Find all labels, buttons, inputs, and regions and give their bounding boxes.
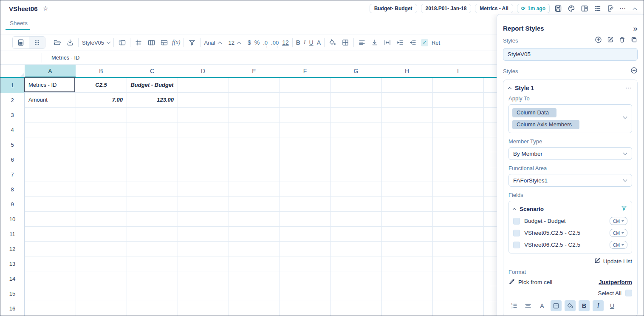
cm-dropdown[interactable]: CM	[610, 241, 627, 249]
fill-color-icon[interactable]	[328, 37, 337, 48]
open-folder-icon[interactable]	[53, 37, 62, 48]
row-header-9[interactable]: 9	[0, 197, 25, 212]
edit-document-icon[interactable]	[606, 4, 616, 13]
column-header-D[interactable]: D	[178, 65, 229, 78]
column-header-C[interactable]: C	[127, 65, 178, 78]
collapse-panel-icon[interactable]: »	[633, 26, 638, 31]
list-icon[interactable]	[593, 4, 602, 13]
row-header-15[interactable]: 15	[0, 286, 25, 301]
cell-B2[interactable]: 7.00	[76, 93, 127, 108]
row-header-3[interactable]: 3	[0, 108, 25, 122]
column-header-G[interactable]: G	[330, 65, 381, 78]
column-header-F[interactable]: F	[280, 65, 330, 78]
favorite-star-icon[interactable]: ☆	[43, 5, 48, 12]
cell-C1[interactable]: Budget - Budget	[127, 78, 178, 93]
cm-dropdown[interactable]: CM	[610, 217, 627, 225]
context-badge[interactable]: Metrics - All	[475, 4, 513, 13]
grid-corner[interactable]	[0, 65, 25, 78]
font-color-icon[interactable]: A	[317, 39, 321, 46]
columns-icon[interactable]	[147, 37, 156, 48]
copy-style-icon[interactable]	[630, 36, 638, 45]
font-family-dropdown[interactable]: Arial	[204, 40, 221, 46]
row-header-6[interactable]: 6	[0, 152, 25, 167]
italic-icon[interactable]: I	[304, 39, 306, 46]
split-rows-icon[interactable]	[159, 37, 169, 48]
collapse-style-icon[interactable]	[508, 87, 511, 91]
collapse-scenario-icon[interactable]	[513, 208, 516, 211]
add-style-icon[interactable]	[595, 36, 602, 45]
underline-icon[interactable]: U	[309, 39, 314, 46]
row-header-4[interactable]: 4	[0, 122, 25, 137]
collapse-header-icon[interactable]	[630, 4, 639, 13]
context-badge[interactable]: 2018.P01- Jan-18	[421, 4, 472, 13]
freeze-pane-icon[interactable]	[117, 37, 127, 48]
justperform-link[interactable]: Justperform	[599, 279, 632, 285]
download-icon[interactable]	[65, 37, 75, 48]
field-checkbox[interactable]	[513, 242, 520, 248]
functional-area-select[interactable]: FAForStyles1	[508, 174, 632, 187]
row-header-8[interactable]: 8	[0, 182, 25, 197]
row-header-14[interactable]: 14	[0, 271, 25, 286]
column-header-A[interactable]: A	[25, 65, 76, 78]
currency-format-icon[interactable]: $	[248, 39, 251, 46]
more-options-icon[interactable]: ⋯	[619, 5, 626, 12]
add-style-entry-icon[interactable]	[630, 67, 638, 76]
apply-to-tag[interactable]: Column Data	[512, 108, 556, 117]
number-format-icon[interactable]: 12	[282, 39, 289, 46]
fit-width-icon[interactable]	[383, 37, 392, 48]
style-name-input[interactable]: StyleV05	[503, 48, 638, 61]
sync-status-badge[interactable]: ⟳ 1m ago	[517, 4, 550, 13]
row-header-12[interactable]: 12	[0, 242, 25, 256]
name-box[interactable]	[0, 51, 42, 64]
column-header-partial[interactable]	[483, 65, 497, 78]
cell-border-icon[interactable]	[551, 300, 562, 311]
style-dropdown[interactable]: StyleV05	[82, 40, 110, 46]
select-all-checkbox[interactable]	[625, 290, 632, 296]
frame-icon[interactable]	[134, 37, 143, 48]
update-list-button[interactable]: Update List	[508, 257, 632, 265]
column-header-H[interactable]: H	[381, 65, 432, 78]
formula-input[interactable]: Metrics - ID	[42, 53, 497, 63]
row-header-13[interactable]: 13	[0, 256, 25, 271]
cell-A1[interactable]: Metrics - ID	[25, 78, 76, 93]
grid-view-icon[interactable]	[29, 37, 45, 48]
cell-C2[interactable]: 123.00	[127, 93, 178, 108]
delete-style-icon[interactable]	[619, 36, 626, 45]
field-checkbox[interactable]	[513, 218, 520, 225]
edit-style-icon[interactable]	[607, 36, 614, 45]
bold-icon[interactable]: B	[579, 300, 590, 311]
column-header-I[interactable]: I	[432, 65, 483, 78]
vertical-align-icon[interactable]	[370, 37, 379, 48]
field-checkbox[interactable]	[513, 230, 520, 236]
apply-to-select[interactable]: Column DataColumn Axis Members	[508, 104, 632, 133]
column-header-E[interactable]: E	[229, 65, 280, 78]
save-icon[interactable]	[554, 4, 563, 13]
row-header-7[interactable]: 7	[0, 167, 25, 182]
row-header-1[interactable]: 1	[0, 78, 25, 93]
row-header-11[interactable]: 11	[0, 227, 25, 242]
font-color-icon[interactable]: A	[537, 300, 548, 311]
pick-from-cell-button[interactable]: Pick from cell	[508, 278, 552, 286]
font-size-dropdown[interactable]: 12	[229, 40, 240, 46]
side-panel-icon[interactable]	[580, 4, 589, 13]
context-badge[interactable]: Budget- Budget	[370, 4, 417, 13]
row-header-5[interactable]: 5	[0, 137, 25, 152]
apply-to-tag[interactable]: Column Axis Members	[512, 120, 579, 129]
decrease-decimal-icon[interactable]: .0←	[263, 40, 268, 46]
formula-icon[interactable]: f(x)	[172, 39, 180, 46]
row-header-10[interactable]: 10	[0, 212, 25, 227]
indent-increase-icon[interactable]	[395, 37, 405, 48]
cell-A2[interactable]: Amount	[25, 93, 76, 108]
filter-icon[interactable]	[187, 37, 197, 48]
filter-fields-icon[interactable]	[621, 205, 627, 213]
member-type-select[interactable]: By Member	[508, 147, 632, 160]
increase-decimal-icon[interactable]: .00→	[271, 40, 279, 46]
column-header-B[interactable]: B	[76, 65, 127, 78]
fill-color-icon[interactable]	[565, 300, 576, 311]
cell-B1[interactable]: C2.5	[76, 78, 127, 93]
bold-icon[interactable]: B	[296, 39, 300, 46]
underline-icon[interactable]: U	[607, 300, 618, 311]
palette-icon[interactable]	[567, 4, 576, 13]
italic-icon[interactable]: I	[593, 300, 604, 311]
cm-dropdown[interactable]: CM	[610, 229, 627, 237]
